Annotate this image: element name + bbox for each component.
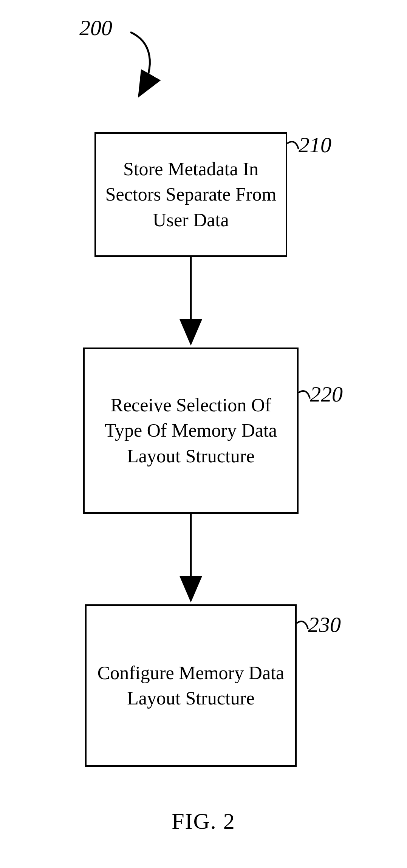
ref-leader-230 xyxy=(297,621,308,629)
flow-step-2-text: Receive Selection Of Type Of Memory Data… xyxy=(92,392,289,469)
ref-leader-210 xyxy=(287,142,299,149)
figure-number-arrow xyxy=(130,32,150,94)
flow-step-1-ref: 210 xyxy=(299,132,331,158)
ref-leader-220 xyxy=(299,391,310,398)
flow-step-3-ref: 230 xyxy=(308,612,341,637)
figure-caption: FIG. 2 xyxy=(0,808,407,834)
flow-step-3: Configure Memory Data Layout Structure xyxy=(85,604,297,767)
flow-step-3-text: Configure Memory Data Layout Structure xyxy=(94,660,288,711)
figure-number-label: 200 xyxy=(79,15,112,40)
flow-step-2-ref: 220 xyxy=(310,381,343,407)
flow-step-1-text: Store Metadata In Sectors Separate From … xyxy=(104,156,278,233)
flow-step-1: Store Metadata In Sectors Separate From … xyxy=(94,132,287,257)
flowchart-canvas: 200 Store Metadata In Sectors Separate F… xyxy=(0,0,407,868)
flow-step-2: Receive Selection Of Type Of Memory Data… xyxy=(83,348,299,514)
